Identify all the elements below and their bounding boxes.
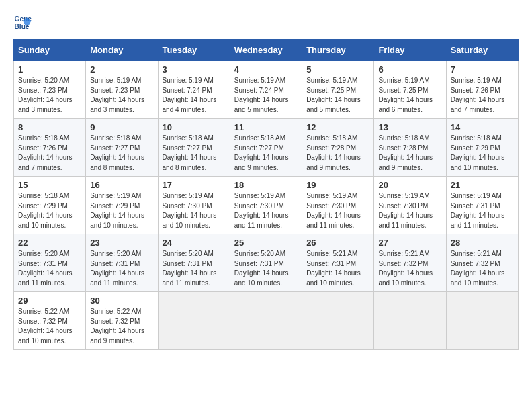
day-number: 9 [90, 122, 153, 132]
day-detail: Sunrise: 5:21 AM Sunset: 7:32 PM Dayligh… [451, 249, 514, 288]
day-detail: Sunrise: 5:19 AM Sunset: 7:25 PM Dayligh… [306, 76, 369, 115]
logo: General Blue [13, 13, 35, 32]
day-detail: Sunrise: 5:18 AM Sunset: 7:29 PM Dayligh… [18, 191, 81, 230]
day-number: 20 [378, 180, 441, 190]
day-detail: Sunrise: 5:18 AM Sunset: 7:27 PM Dayligh… [234, 134, 298, 173]
table-row: 9 Sunrise: 5:18 AM Sunset: 7:27 PM Dayli… [86, 119, 158, 177]
table-row: 25 Sunrise: 5:20 AM Sunset: 7:31 PM Dayl… [230, 234, 302, 292]
weekday-header-row: Sunday Monday Tuesday Wednesday Thursday… [14, 40, 519, 61]
table-row [446, 292, 518, 350]
table-row: 20 Sunrise: 5:19 AM Sunset: 7:30 PM Dayl… [374, 177, 446, 234]
day-detail: Sunrise: 5:22 AM Sunset: 7:32 PM Dayligh… [90, 307, 153, 346]
table-row: 7 Sunrise: 5:19 AM Sunset: 7:26 PM Dayli… [446, 61, 518, 119]
header-thursday: Thursday [302, 40, 374, 61]
day-detail: Sunrise: 5:22 AM Sunset: 7:32 PM Dayligh… [18, 307, 81, 346]
day-detail: Sunrise: 5:18 AM Sunset: 7:27 PM Dayligh… [163, 134, 226, 173]
day-number: 8 [18, 122, 81, 132]
day-detail: Sunrise: 5:19 AM Sunset: 7:24 PM Dayligh… [234, 76, 298, 115]
day-number: 12 [306, 122, 369, 132]
day-number: 23 [90, 238, 153, 248]
day-number: 4 [234, 64, 298, 75]
header-tuesday: Tuesday [158, 40, 230, 61]
day-number: 28 [451, 238, 514, 248]
day-number: 21 [451, 180, 514, 190]
day-detail: Sunrise: 5:19 AM Sunset: 7:25 PM Dayligh… [378, 76, 441, 115]
table-row: 8 Sunrise: 5:18 AM Sunset: 7:26 PM Dayli… [14, 119, 86, 177]
table-row: 11 Sunrise: 5:18 AM Sunset: 7:27 PM Dayl… [230, 119, 302, 177]
table-row: 24 Sunrise: 5:20 AM Sunset: 7:31 PM Dayl… [158, 234, 230, 292]
day-number: 1 [18, 64, 81, 75]
table-row: 13 Sunrise: 5:18 AM Sunset: 7:28 PM Dayl… [374, 119, 446, 177]
header-monday: Monday [86, 40, 158, 61]
calendar-table: Sunday Monday Tuesday Wednesday Thursday… [13, 39, 519, 350]
logo-icon: General Blue [13, 13, 32, 32]
table-row: 12 Sunrise: 5:18 AM Sunset: 7:28 PM Dayl… [302, 119, 374, 177]
day-detail: Sunrise: 5:19 AM Sunset: 7:30 PM Dayligh… [306, 191, 369, 230]
day-detail: Sunrise: 5:19 AM Sunset: 7:26 PM Dayligh… [451, 76, 514, 115]
day-detail: Sunrise: 5:19 AM Sunset: 7:30 PM Dayligh… [378, 191, 441, 230]
day-detail: Sunrise: 5:19 AM Sunset: 7:31 PM Dayligh… [451, 191, 514, 230]
day-number: 19 [306, 180, 369, 190]
table-row: 23 Sunrise: 5:20 AM Sunset: 7:31 PM Dayl… [86, 234, 158, 292]
day-number: 6 [378, 64, 441, 75]
day-detail: Sunrise: 5:18 AM Sunset: 7:29 PM Dayligh… [451, 134, 514, 173]
header-saturday: Saturday [446, 40, 518, 61]
day-detail: Sunrise: 5:18 AM Sunset: 7:26 PM Dayligh… [18, 134, 81, 173]
table-row: 14 Sunrise: 5:18 AM Sunset: 7:29 PM Dayl… [446, 119, 518, 177]
calendar-week-row: 22 Sunrise: 5:20 AM Sunset: 7:31 PM Dayl… [14, 234, 519, 292]
day-number: 24 [163, 238, 226, 248]
table-row [230, 292, 302, 350]
calendar-week-row: 1 Sunrise: 5:20 AM Sunset: 7:23 PM Dayli… [14, 61, 519, 119]
table-row: 2 Sunrise: 5:19 AM Sunset: 7:23 PM Dayli… [86, 61, 158, 119]
day-detail: Sunrise: 5:19 AM Sunset: 7:24 PM Dayligh… [163, 76, 226, 115]
table-row [158, 292, 230, 350]
header-friday: Friday [374, 40, 446, 61]
table-row: 6 Sunrise: 5:19 AM Sunset: 7:25 PM Dayli… [374, 61, 446, 119]
day-number: 14 [451, 122, 514, 132]
calendar-week-row: 29 Sunrise: 5:22 AM Sunset: 7:32 PM Dayl… [14, 292, 519, 350]
day-detail: Sunrise: 5:18 AM Sunset: 7:28 PM Dayligh… [378, 134, 441, 173]
day-number: 13 [378, 122, 441, 132]
day-detail: Sunrise: 5:19 AM Sunset: 7:30 PM Dayligh… [163, 191, 226, 230]
table-row: 15 Sunrise: 5:18 AM Sunset: 7:29 PM Dayl… [14, 177, 86, 234]
table-row: 5 Sunrise: 5:19 AM Sunset: 7:25 PM Dayli… [302, 61, 374, 119]
day-detail: Sunrise: 5:21 AM Sunset: 7:32 PM Dayligh… [378, 249, 441, 288]
header-wednesday: Wednesday [230, 40, 302, 61]
header-sunday: Sunday [14, 40, 86, 61]
day-detail: Sunrise: 5:18 AM Sunset: 7:28 PM Dayligh… [306, 134, 369, 173]
calendar-week-row: 8 Sunrise: 5:18 AM Sunset: 7:26 PM Dayli… [14, 119, 519, 177]
table-row: 26 Sunrise: 5:21 AM Sunset: 7:31 PM Dayl… [302, 234, 374, 292]
table-row: 27 Sunrise: 5:21 AM Sunset: 7:32 PM Dayl… [374, 234, 446, 292]
day-number: 3 [163, 64, 226, 75]
day-detail: Sunrise: 5:19 AM Sunset: 7:29 PM Dayligh… [90, 191, 153, 230]
table-row: 16 Sunrise: 5:19 AM Sunset: 7:29 PM Dayl… [86, 177, 158, 234]
table-row [302, 292, 374, 350]
day-detail: Sunrise: 5:20 AM Sunset: 7:31 PM Dayligh… [18, 249, 81, 288]
day-detail: Sunrise: 5:20 AM Sunset: 7:31 PM Dayligh… [90, 249, 153, 288]
day-number: 15 [18, 180, 81, 190]
day-number: 22 [18, 238, 81, 248]
table-row: 4 Sunrise: 5:19 AM Sunset: 7:24 PM Dayli… [230, 61, 302, 119]
table-row: 30 Sunrise: 5:22 AM Sunset: 7:32 PM Dayl… [86, 292, 158, 350]
header: General Blue [13, 13, 519, 32]
table-row: 1 Sunrise: 5:20 AM Sunset: 7:23 PM Dayli… [14, 61, 86, 119]
day-number: 25 [234, 238, 298, 248]
day-detail: Sunrise: 5:20 AM Sunset: 7:23 PM Dayligh… [18, 76, 81, 115]
table-row: 17 Sunrise: 5:19 AM Sunset: 7:30 PM Dayl… [158, 177, 230, 234]
day-detail: Sunrise: 5:20 AM Sunset: 7:31 PM Dayligh… [163, 249, 226, 288]
day-number: 18 [234, 180, 298, 190]
day-number: 26 [306, 238, 369, 248]
day-number: 27 [378, 238, 441, 248]
day-number: 29 [18, 295, 81, 306]
table-row: 21 Sunrise: 5:19 AM Sunset: 7:31 PM Dayl… [446, 177, 518, 234]
table-row: 18 Sunrise: 5:19 AM Sunset: 7:30 PM Dayl… [230, 177, 302, 234]
day-number: 16 [90, 180, 153, 190]
day-number: 17 [163, 180, 226, 190]
day-detail: Sunrise: 5:19 AM Sunset: 7:23 PM Dayligh… [90, 76, 153, 115]
day-number: 11 [234, 122, 298, 132]
day-number: 7 [451, 64, 514, 75]
day-detail: Sunrise: 5:21 AM Sunset: 7:31 PM Dayligh… [306, 249, 369, 288]
day-number: 2 [90, 64, 153, 75]
calendar-week-row: 15 Sunrise: 5:18 AM Sunset: 7:29 PM Dayl… [14, 177, 519, 234]
table-row: 29 Sunrise: 5:22 AM Sunset: 7:32 PM Dayl… [14, 292, 86, 350]
